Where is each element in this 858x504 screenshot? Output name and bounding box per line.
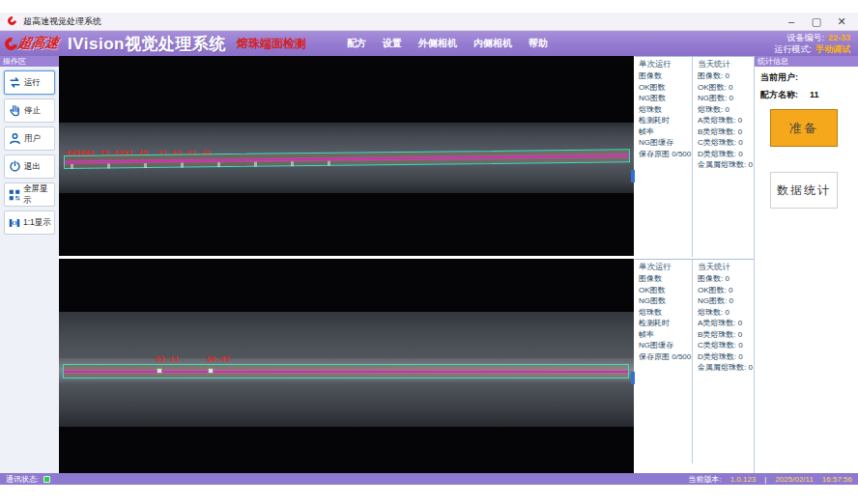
- version-label: 当前版本:: [688, 474, 721, 485]
- stat-row: 图像数: 0: [698, 273, 754, 285]
- user-button[interactable]: 用户: [4, 126, 55, 151]
- user-button-label: 用户: [24, 133, 41, 145]
- stat-row: 保存原图 0/500: [639, 149, 692, 160]
- daily-stats-column: 当天统计 图像数: 0OK图数: 0NG图数: 0熔珠数: 0A类熔珠数: 0B…: [694, 260, 754, 463]
- app-icon: [6, 14, 18, 27]
- stats-panel-bottom: 单次运行 图像数OK图数NG图数熔珠数检测耗时帧率NG图缓存保存原图 0/500…: [635, 259, 754, 463]
- stat-row: 熔珠数: 0: [698, 104, 754, 116]
- run-button[interactable]: 运行: [4, 70, 55, 95]
- one-to-one-icon: [8, 216, 21, 230]
- stat-row: 金属屑熔珠数: 0: [698, 362, 754, 374]
- single-run-title: 单次运行: [639, 262, 692, 271]
- run-mode-label: 运行模式:: [774, 44, 812, 54]
- menu-item[interactable]: 帮助: [529, 37, 548, 50]
- recipe-name-value: 11: [810, 90, 819, 99]
- stat-row: D类熔珠数: 0: [698, 351, 754, 363]
- run-mode-value: 手动调试: [815, 44, 850, 54]
- power-icon: [8, 159, 22, 174]
- stats-panel-top: 单次运行 图像数OK图数NG图数熔珠数检测耗时帧率NG图缓存保存原图 0/500…: [635, 56, 754, 257]
- status-bar: 通讯状态: 当前版本: 1.0.123 | 2025/02/11 16:57:5…: [0, 473, 858, 485]
- fullscreen-button[interactable]: 全屏显示: [4, 182, 55, 207]
- os-titlebar: 超高速视觉处理系统 – ▢ ✕: [0, 13, 858, 31]
- single-run-column: 单次运行 图像数OK图数NG图数熔珠数检测耗时帧率NG图缓存保存原图 0/500: [635, 260, 693, 463]
- menu-item[interactable]: 外侧相机: [418, 37, 457, 50]
- status-bar-right: 当前版本: 1.0.123 | 2025/02/11 16:57:56: [688, 474, 852, 485]
- status-separator: |: [764, 475, 766, 484]
- one-to-one-button[interactable]: 1:1显示: [4, 210, 55, 235]
- stat-row: NG图数: [639, 93, 692, 104]
- menu-item[interactable]: 配方: [347, 37, 366, 50]
- daily-stats-column: 当天统计 图像数: 0OK图数: 0NG图数: 0熔珠数: 0A类熔珠数: 0B…: [694, 57, 754, 257]
- data-statistics-button[interactable]: 数据统计: [770, 172, 838, 209]
- stat-row: 检测耗时: [639, 115, 692, 126]
- version-value: 1.0.123: [730, 475, 757, 484]
- minimize-button[interactable]: –: [779, 13, 804, 31]
- stat-row: NG图数: 0: [698, 295, 754, 307]
- run-icon: [8, 75, 22, 90]
- app-header: 超高速 IVision视觉处理系统 熔珠端面检测 配方设置外侧相机内侧相机帮助 …: [0, 31, 858, 56]
- stop-hand-icon: [8, 103, 22, 118]
- stat-row: NG图缓存: [639, 340, 692, 351]
- daily-stats-title: 当天统计: [698, 262, 754, 271]
- maximize-button[interactable]: ▢: [804, 13, 829, 31]
- stat-row: OK图数: [639, 82, 692, 94]
- stat-row: 熔珠数: 0: [698, 307, 754, 319]
- page-title: IVision视觉处理系统: [68, 33, 226, 55]
- stat-row: D类熔珠数: 0: [698, 149, 754, 160]
- exit-button[interactable]: 退出: [4, 154, 55, 179]
- stat-row: OK图数: 0: [698, 285, 754, 296]
- prepare-button[interactable]: 准备: [770, 109, 838, 147]
- stat-row: 熔珠数: [639, 307, 692, 319]
- camera-image-bottom: 53.11 56.43: [59, 312, 634, 427]
- splitter-handle[interactable]: [631, 372, 635, 384]
- single-run-rows: 图像数OK图数NG图数熔珠数检测耗时帧率NG图缓存保存原图 0/500: [639, 273, 692, 362]
- measurement-label: 53.11: [156, 354, 179, 363]
- device-number-label: 设备编号:: [786, 33, 824, 42]
- single-run-column: 单次运行 图像数OK图数NG图数熔珠数检测耗时帧率NG图缓存保存原图 0/500: [635, 57, 693, 257]
- stat-row: NG图数: 0: [698, 93, 754, 104]
- defect-marker: [208, 368, 214, 374]
- stat-row: 图像数: [639, 273, 692, 285]
- comm-status-label: 通讯状态:: [6, 474, 39, 485]
- stat-row: A类熔珠数: 0: [698, 318, 754, 329]
- app-logo: 超高速: [5, 35, 59, 52]
- exit-button-label: 退出: [24, 161, 41, 173]
- window-controls: – ▢ ✕: [779, 13, 854, 31]
- device-number-value: 22-33: [828, 33, 850, 42]
- current-user-row: 当前用户:: [760, 71, 858, 84]
- menu-item[interactable]: 内侧相机: [473, 37, 512, 50]
- sidebar-title: 操作区: [0, 56, 59, 67]
- laser-line: [65, 154, 629, 163]
- stat-row: OK图数: 0: [698, 82, 754, 94]
- stop-button-label: 停止: [24, 105, 41, 117]
- page-subtitle: 熔珠端面检测: [237, 36, 306, 52]
- daily-stats-title: 当天统计: [698, 59, 754, 69]
- stat-row: 金属屑熔珠数: 0: [698, 159, 754, 171]
- menu-item[interactable]: 设置: [383, 37, 402, 50]
- info-panel-title: 统计信息: [755, 56, 858, 67]
- viewport-area: 449885 79.53X1.49 71.53 41.49 53.11 56.4…: [59, 56, 634, 473]
- splitter-handle[interactable]: [631, 170, 635, 182]
- comm-status-led: [43, 476, 50, 483]
- stat-row: NG图缓存: [639, 137, 692, 149]
- header-info: 设备编号:22-33 运行模式:手动调试: [774, 32, 850, 55]
- daily-stats-rows: 图像数: 0OK图数: 0NG图数: 0熔珠数: 0A类熔珠数: 0B类熔珠数:…: [698, 273, 754, 374]
- logo-text: 超高速: [16, 35, 60, 52]
- window-title: 超高速视觉处理系统: [23, 15, 101, 28]
- stop-button[interactable]: 停止: [4, 98, 55, 123]
- stat-row: C类熔珠数: 0: [698, 137, 754, 149]
- stat-row: NG图数: [639, 295, 692, 307]
- close-button[interactable]: ✕: [829, 13, 854, 31]
- stat-row: B类熔珠数: 0: [698, 126, 754, 138]
- single-run-title: 单次运行: [639, 59, 692, 69]
- stat-row: 熔珠数: [639, 104, 692, 116]
- stat-row: 帧率: [639, 329, 692, 341]
- camera-image-top: 449885 79.53X1.49 71.53 41.49: [59, 123, 634, 193]
- stat-row: 图像数: 0: [698, 70, 754, 82]
- measurement-label: 56.43: [207, 354, 230, 363]
- run-button-label: 运行: [24, 77, 41, 89]
- stat-row: 检测耗时: [639, 318, 692, 329]
- stat-row: C类熔珠数: 0: [698, 340, 754, 351]
- stat-row: 图像数: [639, 70, 692, 82]
- one-to-one-button-label: 1:1显示: [23, 217, 51, 229]
